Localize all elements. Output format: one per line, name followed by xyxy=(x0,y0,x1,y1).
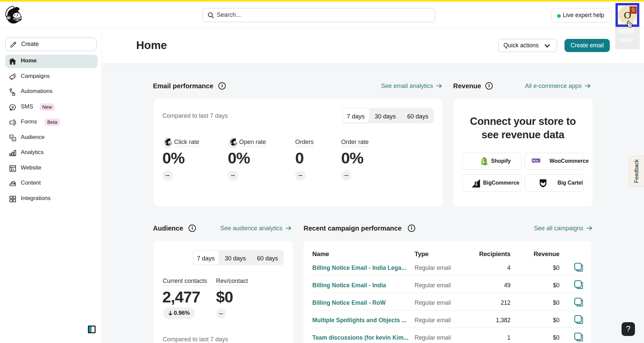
svg-text:oo: oo xyxy=(535,159,538,162)
svg-text:W: W xyxy=(533,159,535,162)
